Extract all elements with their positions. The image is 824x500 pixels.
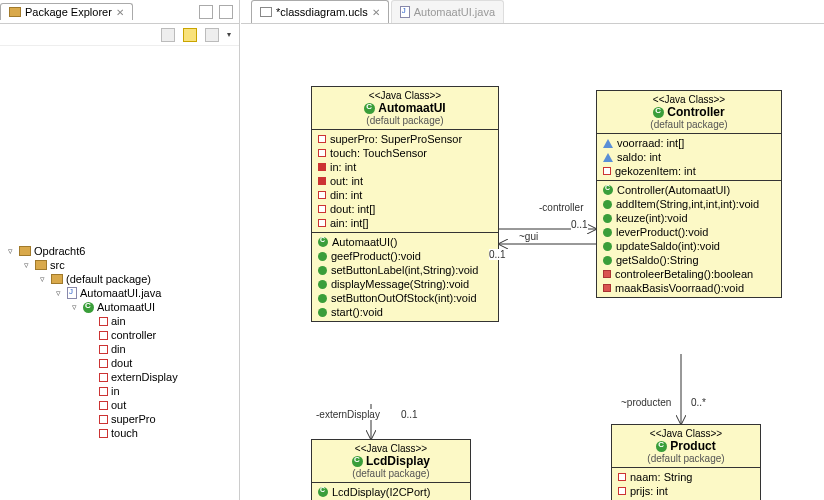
editor-tabbar: *classdiagram.ucls ✕ AutomaatUI.java [241,0,824,24]
visibility-private-icon [603,284,611,292]
visibility-public-icon [603,214,612,223]
assoc-card-gui: 0..1 [489,249,506,260]
tree-field[interactable]: in [4,384,235,398]
class-icon [653,107,664,118]
project-icon [19,246,31,256]
visibility-default-icon [318,163,326,171]
visibility-private-icon [318,219,326,227]
field-icon [99,331,108,340]
package-explorer-tab[interactable]: Package Explorer ✕ [0,3,133,20]
assoc-card-controller: 0..1 [571,219,588,230]
visibility-public-icon [318,280,327,289]
left-tabbar: Package Explorer ✕ [0,0,239,24]
close-icon[interactable]: ✕ [116,7,124,18]
maximize-icon[interactable] [219,5,233,19]
java-file-icon [400,6,410,18]
package-icon [51,274,63,284]
visibility-private-icon [318,205,326,213]
link-editor-icon[interactable] [183,28,197,42]
visibility-default-icon [318,177,326,185]
constructor-icon [603,185,613,195]
field-icon [99,359,108,368]
class-icon [364,103,375,114]
tab-classdiagram[interactable]: *classdiagram.ucls ✕ [251,0,389,23]
visibility-public-icon [603,200,612,209]
class-icon [352,456,363,467]
visibility-public-icon [603,228,612,237]
visibility-package-icon [603,153,613,162]
tree-project[interactable]: ▿Opdracht6 [4,244,235,258]
tree-field[interactable]: ain [4,314,235,328]
visibility-package-icon [603,139,613,148]
package-explorer-panel: Package Explorer ✕ ▾ ▿Opdracht6 ▿src ▿(d… [0,0,240,500]
ucls-icon [260,7,272,17]
visibility-public-icon [603,256,612,265]
close-icon[interactable]: ✕ [372,7,380,18]
visibility-public-icon [318,308,327,317]
tree-field[interactable]: dout [4,356,235,370]
tree-field[interactable]: touch [4,426,235,440]
tree-field[interactable]: controller [4,328,235,342]
class-icon [656,441,667,452]
visibility-public-icon [318,294,327,303]
field-icon [99,317,108,326]
package-explorer-title: Package Explorer [25,6,112,18]
field-icon [99,415,108,424]
assoc-label-controller: -controller [539,202,583,213]
minimize-icon[interactable] [199,5,213,19]
tree-class[interactable]: ▿AutomaatUI [4,300,235,314]
visibility-private-icon [603,167,611,175]
uml-class-product[interactable]: <<Java Class>> Product (default package)… [611,424,761,500]
assoc-label-producten: ~producten [621,397,671,408]
uml-class-lcddisplay[interactable]: <<Java Class>> LcdDisplay (default packa… [311,439,471,500]
field-icon [99,345,108,354]
editor-area: *classdiagram.ucls ✕ AutomaatUI.java <<J… [241,0,824,500]
package-tree: ▿Opdracht6 ▿src ▿(default package) ▿Auto… [0,236,239,448]
constructor-icon [318,487,328,497]
assoc-card-producten: 0..* [691,397,706,408]
tree-package[interactable]: ▿(default package) [4,272,235,286]
src-icon [35,260,47,270]
class-icon [83,302,94,313]
focus-icon[interactable] [205,28,219,42]
java-file-icon [67,287,77,299]
view-menu-icon[interactable]: ▾ [227,30,231,39]
tree-field[interactable]: superPro [4,412,235,426]
field-icon [99,387,108,396]
visibility-private-icon [318,149,326,157]
package-icon [9,7,21,17]
visibility-public-icon [318,266,327,275]
uml-class-controller[interactable]: <<Java Class>> Controller (default packa… [596,90,782,298]
field-icon [99,401,108,410]
field-icon [99,373,108,382]
tree-src[interactable]: ▿src [4,258,235,272]
collapse-all-icon[interactable] [161,28,175,42]
visibility-public-icon [603,242,612,251]
uml-class-automaatui[interactable]: <<Java Class>> AutomaatUI (default packa… [311,86,499,322]
tree-field[interactable]: out [4,398,235,412]
tree-javafile[interactable]: ▿AutomaatUI.java [4,286,235,300]
tree-field[interactable]: din [4,342,235,356]
assoc-label-gui: ~gui [519,231,538,242]
explorer-toolbar: ▾ [0,24,239,46]
field-icon [99,429,108,438]
assoc-label-externdisplay: -externDisplay [316,409,380,420]
visibility-private-icon [318,135,326,143]
constructor-icon [318,237,328,247]
visibility-private-icon [618,487,626,495]
class-diagram[interactable]: <<Java Class>> AutomaatUI (default packa… [241,24,824,500]
visibility-private-icon [618,473,626,481]
visibility-private-icon [603,270,611,278]
assoc-card-externdisplay: 0..1 [401,409,418,420]
tab-automaatui[interactable]: AutomaatUI.java [391,0,504,23]
visibility-private-icon [318,191,326,199]
tree-field[interactable]: externDisplay [4,370,235,384]
visibility-public-icon [318,252,327,261]
